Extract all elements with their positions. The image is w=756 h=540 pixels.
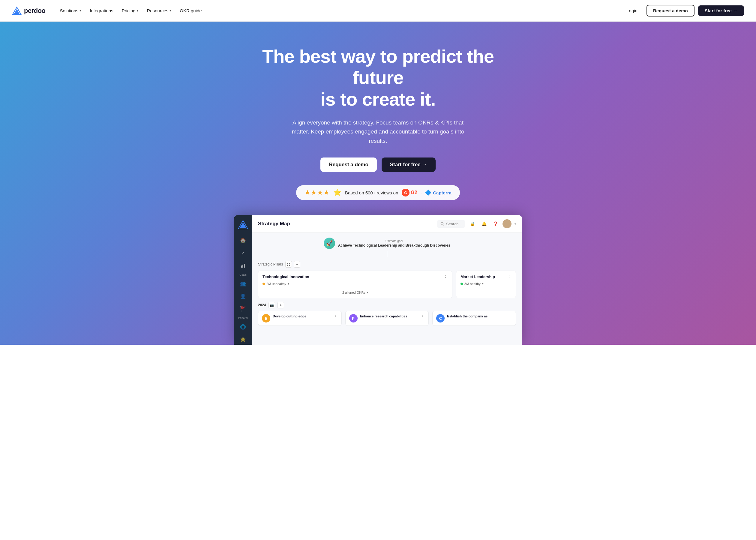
logo-text: perdoo (24, 7, 46, 15)
app-content: 🚀 Ultimate goal Achieve Technological Le… (252, 233, 522, 345)
svg-rect-9 (287, 263, 288, 264)
obj-card-2: C Establish the company as (432, 311, 516, 326)
pillar-name-0: Technological Innovation (263, 275, 309, 279)
obj-card-header-0: E Develop cutting-edge ⋮ (262, 314, 338, 323)
pillar-add-btn[interactable]: + (294, 261, 300, 268)
divider: · (420, 189, 422, 196)
chevron-status-1: ▾ (482, 282, 484, 285)
star-icons: ★★★★ (305, 189, 330, 197)
app-sidebar: 🏠 ✓ Goals 👥 👤 🚩 Perform 🌐 ⭐ (234, 215, 252, 345)
app-header-right: Search... 🔒 🔔 ❓ ▾ (437, 219, 516, 228)
half-star-icon: ⭐ (333, 189, 341, 197)
connector-line (387, 251, 387, 257)
pillars-header: Strategic Pillars + (258, 261, 516, 268)
app-header: Strategy Map Search... 🔒 🔔 ❓ (252, 215, 522, 233)
nav-item-resources[interactable]: Resources ▾ (143, 6, 175, 16)
obj-icon-0: E (262, 314, 270, 323)
g2-icon: G (402, 189, 410, 197)
reviews-badge: ★★★★⭐ Based on 500+ reviews on G G2 · 🔷 … (296, 185, 460, 200)
obj-icon-2: C (436, 314, 444, 323)
obj-card-header-2: C Establish the company as (436, 314, 512, 323)
goal-icon: 🚀 (324, 238, 335, 249)
obj-menu-icon-0[interactable]: ⋮ (333, 314, 338, 319)
sidebar-icon-flag[interactable]: 🚩 (238, 303, 248, 314)
g2-logo: G G2 (402, 189, 417, 197)
svg-rect-11 (287, 265, 288, 266)
logo-link[interactable]: perdoo (12, 6, 46, 16)
year-add-btn[interactable]: + (278, 302, 284, 308)
sidebar-icon-globe[interactable]: 🌐 (238, 321, 248, 332)
hero-section: The best way to predict the future is to… (0, 22, 756, 345)
svg-rect-4 (241, 265, 242, 268)
sidebar-icon-chart[interactable] (238, 260, 248, 271)
chevron-okrs-0: ▾ (367, 291, 368, 294)
login-button[interactable]: Login (621, 6, 643, 16)
grid-icon (287, 262, 291, 266)
pillars-row: Technological Innovation ⋮ 2/3 unhealthy… (258, 271, 516, 298)
pillar-menu-icon-0[interactable]: ⋮ (443, 275, 448, 280)
pillars-controls: + (285, 261, 300, 268)
pillar-menu-icon-1[interactable]: ⋮ (507, 275, 512, 280)
chevron-down-icon: ▾ (79, 9, 81, 13)
nav-item-integrations[interactable]: Integrations (86, 6, 117, 16)
obj-menu-icon-1[interactable]: ⋮ (421, 314, 425, 319)
year-row: 2024 📷 + (258, 302, 516, 308)
sidebar-label-goals: Goals (239, 273, 247, 276)
sidebar-icon-team[interactable]: 👥 (238, 278, 248, 289)
start-free-button-hero[interactable]: Start for free → (382, 158, 436, 172)
obj-card-0: E Develop cutting-edge ⋮ (258, 311, 342, 326)
objective-cards-row: E Develop cutting-edge ⋮ P (258, 311, 516, 326)
pillars-label: Strategic Pillars (258, 262, 283, 266)
app-main: Strategy Map Search... 🔒 🔔 ❓ (252, 215, 522, 345)
help-icon[interactable]: ❓ (491, 219, 499, 228)
search-box[interactable]: Search... (437, 220, 465, 228)
status-dot-1 (460, 283, 463, 285)
aligned-okrs-0[interactable]: 2 aligned OKRs ▾ (263, 288, 448, 294)
app-mockup-wrapper: 🏠 ✓ Goals 👥 👤 🚩 Perform 🌐 ⭐ (12, 215, 744, 345)
svg-rect-5 (242, 265, 243, 268)
app-header-title: Strategy Map (258, 221, 290, 227)
pillar-header-1: Market Leadership ⋮ (460, 275, 512, 280)
sidebar-icon-star[interactable]: ⭐ (238, 334, 248, 345)
obj-title-0: Develop cutting-edge (273, 314, 306, 318)
app-mockup: 🏠 ✓ Goals 👥 👤 🚩 Perform 🌐 ⭐ (234, 215, 522, 345)
svg-point-7 (441, 222, 443, 225)
svg-line-8 (443, 224, 444, 225)
nav-links: Solutions ▾ Integrations Pricing ▾ Resou… (57, 6, 621, 16)
obj-title-1: Enhance research capabilities (360, 314, 407, 318)
hero-buttons: Request a demo Start for free → (12, 158, 744, 172)
chevron-down-icon-pricing: ▾ (137, 9, 139, 13)
nav-item-okr-guide[interactable]: OKR guide (176, 6, 205, 16)
svg-rect-6 (244, 264, 245, 268)
review-logos: G G2 · 🔷 Capterra (402, 189, 451, 197)
hero-subtitle: Align everyone with the strategy. Focus … (291, 118, 465, 146)
bell-icon[interactable]: 🔔 (480, 219, 488, 228)
ultimate-goal-label: Ultimate goal (338, 239, 450, 243)
chevron-status-0: ▾ (288, 282, 289, 285)
navbar: perdoo Solutions ▾ Integrations Pricing … (0, 0, 756, 22)
capterra-icon: 🔷 (425, 189, 432, 196)
sidebar-icon-home[interactable]: 🏠 (238, 235, 248, 246)
nav-item-solutions[interactable]: Solutions ▾ (57, 6, 85, 16)
sidebar-icon-check[interactable]: ✓ (238, 247, 248, 258)
chevron-down-icon-resources: ▾ (170, 9, 171, 13)
reviews-text: Based on 500+ reviews on (345, 190, 398, 195)
year-camera-btn[interactable]: 📷 (269, 302, 275, 308)
request-demo-button-nav[interactable]: Request a demo (647, 5, 694, 17)
start-free-button-nav[interactable]: Start for free → (698, 5, 744, 16)
sidebar-icon-person[interactable]: 👤 (238, 291, 248, 302)
avatar-chevron[interactable]: ▾ (515, 222, 516, 225)
pillar-view-btn[interactable] (285, 261, 292, 268)
hero-title: The best way to predict the future is to… (261, 46, 495, 110)
status-dot-0 (263, 283, 265, 285)
strategy-section: 🚀 Ultimate goal Achieve Technological Le… (258, 238, 516, 257)
lock-icon[interactable]: 🔒 (468, 219, 477, 228)
pillar-card-1: Market Leadership ⋮ 3/3 healthy ▾ (456, 271, 516, 298)
nav-item-pricing[interactable]: Pricing ▾ (118, 6, 142, 16)
search-placeholder: Search... (446, 222, 462, 226)
pillar-header-0: Technological Innovation ⋮ (263, 275, 448, 280)
request-demo-button-hero[interactable]: Request a demo (320, 158, 376, 172)
capterra-logo: 🔷 Capterra (425, 189, 451, 196)
obj-card-header-1: P Enhance research capabilities ⋮ (349, 314, 425, 323)
avatar[interactable] (502, 219, 512, 228)
